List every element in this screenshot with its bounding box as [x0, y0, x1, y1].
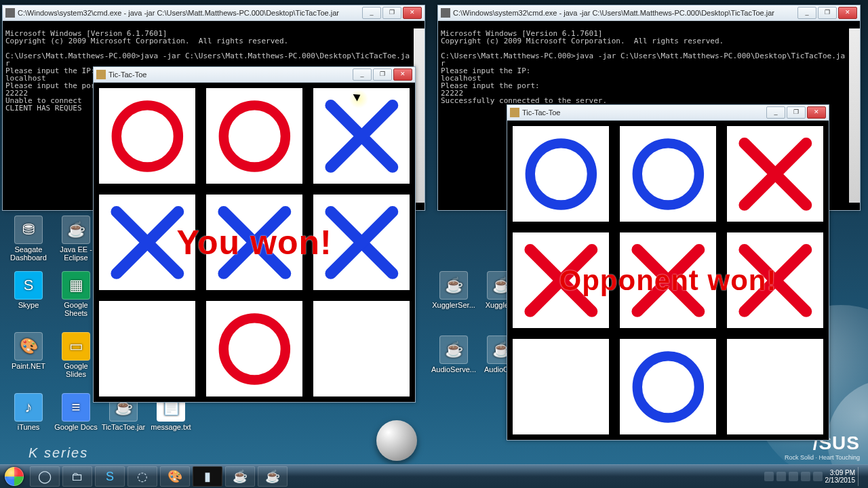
taskbar-eclipse[interactable]: ◌ — [127, 466, 157, 487]
desktop-icon[interactable]: ♪iTunes — [5, 393, 52, 431]
system-tray[interactable]: 3:09 PM 2/13/2015 — [760, 465, 869, 488]
minimize-button[interactable]: _ — [353, 68, 372, 81]
svg-point-11 — [530, 143, 591, 205]
maximize-button[interactable]: ❐ — [787, 106, 806, 119]
tray-date: 2/13/2015 — [825, 476, 856, 484]
board-cell-0[interactable] — [507, 121, 614, 227]
icon-label: TicTacToe.jar — [102, 423, 145, 431]
cmd-icon — [5, 8, 15, 18]
board-cell-1[interactable] — [201, 83, 308, 189]
maximize-button[interactable]: ❐ — [382, 7, 401, 19]
icon-label: Paint.NET — [12, 362, 45, 370]
board-cell-1[interactable] — [614, 121, 722, 227]
tray-time: 3:09 PM — [825, 469, 856, 476]
titlebar[interactable]: Tic-Tac-Toe _ ❐ ✕ — [507, 105, 829, 121]
svg-point-10 — [223, 318, 285, 380]
tray-network-icon[interactable] — [789, 472, 798, 481]
board-cell-6[interactable] — [94, 296, 201, 402]
icon-label: Google Slides — [53, 362, 99, 378]
desktop-icon[interactable]: ⛃Seagate Dashboard — [5, 216, 52, 262]
icon-label: message.txt — [151, 423, 191, 431]
game-board — [507, 121, 829, 440]
tictactoe-window-right[interactable]: Tic-Tac-Toe _ ❐ ✕ Opponent won! — [507, 104, 829, 441]
icon-label: XugglerSer... — [432, 301, 475, 309]
board-cell-2[interactable] — [308, 83, 415, 189]
taskbar-skype[interactable]: S — [95, 466, 125, 487]
close-button[interactable]: ✕ — [393, 68, 412, 81]
taskbar-java-app[interactable]: ☕ — [225, 466, 255, 487]
window-title: Tic-Tac-Toe — [108, 70, 351, 79]
wallpaper-kseries: K series — [28, 445, 88, 461]
game-board — [94, 83, 415, 402]
close-button[interactable]: ✕ — [403, 7, 422, 19]
java-icon — [510, 108, 519, 117]
tray-flag-icon[interactable] — [776, 472, 786, 481]
taskbar-paintnet[interactable]: 🎨 — [160, 466, 190, 487]
board-cell-4[interactable] — [614, 227, 722, 333]
show-desktop-button[interactable] — [858, 467, 864, 486]
close-button[interactable]: ✕ — [838, 7, 857, 19]
desktop-icon[interactable]: ☕Java EE - Eclipse — [53, 216, 99, 262]
cmd-icon — [441, 8, 450, 18]
icon-label: Google Docs — [54, 423, 98, 431]
taskbar[interactable]: ◯ 🗀 S ◌ 🎨 ▮ ☕ ☕ 3:09 PM 2/13/2015 — [0, 464, 868, 488]
maximize-button[interactable]: ❐ — [373, 68, 392, 81]
java-icon — [96, 70, 106, 79]
taskbar-cmd[interactable]: ▮ — [193, 466, 222, 487]
desktop-icon[interactable]: ▦Google Sheets — [53, 271, 99, 317]
start-button[interactable] — [0, 465, 28, 488]
board-cell-5[interactable] — [722, 227, 829, 333]
svg-point-21 — [637, 356, 698, 418]
tray-up-icon[interactable] — [764, 472, 774, 481]
desktop-icon[interactable]: ☕AudioServe... — [431, 336, 477, 373]
taskbar-java-app[interactable]: ☕ — [258, 466, 288, 487]
minimize-button[interactable]: _ — [797, 7, 816, 19]
tray-volume-icon[interactable] — [801, 472, 810, 481]
icon-label: Google Sheets — [53, 301, 99, 317]
window-title: C:\Windows\system32\cmd.exe - java -jar … — [453, 9, 796, 17]
tictactoe-window-left[interactable]: Tic-Tac-Toe _ ❐ ✕ You won! — [93, 66, 416, 403]
board-cell-2[interactable] — [722, 121, 829, 227]
close-button[interactable]: ✕ — [807, 106, 826, 119]
icon-label: iTunes — [18, 423, 40, 431]
brand-tagline: Rock Solid · Heart Touching — [785, 454, 860, 461]
desktop-icon[interactable]: ≡Google Docs — [53, 393, 99, 431]
window-title: Tic-Tac-Toe — [522, 108, 765, 117]
board-cell-7[interactable] — [614, 333, 722, 440]
titlebar[interactable]: Tic-Tac-Toe _ ❐ ✕ — [94, 67, 415, 83]
window-title: C:\Windows\system32\cmd.exe - java -jar … — [18, 9, 361, 17]
desktop-icon[interactable]: 🎨Paint.NET — [5, 332, 52, 370]
board-cell-3[interactable] — [94, 189, 201, 296]
desktop-icon[interactable]: ▭Google Slides — [53, 332, 99, 378]
maximize-button[interactable]: ❐ — [818, 7, 837, 19]
board-cell-0[interactable] — [94, 83, 201, 189]
board-cell-8[interactable] — [308, 296, 415, 402]
icon-label: Skype — [18, 301, 39, 309]
board-cell-8[interactable] — [722, 333, 829, 440]
desktop-icon[interactable]: ☕XugglerSer... — [431, 271, 477, 309]
titlebar[interactable]: C:\Windows\system32\cmd.exe - java -jar … — [3, 5, 425, 21]
board-cell-4[interactable] — [201, 189, 308, 296]
desktop-icon[interactable]: SSkype — [5, 271, 52, 309]
svg-point-0 — [116, 105, 178, 167]
board-cell-6[interactable] — [507, 333, 614, 440]
taskbar-explorer[interactable]: 🗀 — [62, 466, 92, 487]
titlebar[interactable]: C:\Windows\system32\cmd.exe - java -jar … — [438, 5, 860, 21]
tray-battery-icon[interactable] — [813, 472, 823, 481]
board-cell-5[interactable] — [308, 189, 415, 296]
minimize-button[interactable]: _ — [766, 106, 785, 119]
tray-clock[interactable]: 3:09 PM 2/13/2015 — [825, 469, 856, 484]
icon-label: AudioServe... — [431, 365, 476, 373]
svg-point-1 — [223, 105, 285, 167]
icon-label: Seagate Dashboard — [5, 245, 52, 262]
board-cell-7[interactable] — [201, 296, 308, 402]
taskbar-chrome[interactable]: ◯ — [30, 466, 60, 487]
svg-point-12 — [637, 143, 698, 205]
board-cell-3[interactable] — [507, 227, 614, 333]
windows-orb-icon — [5, 467, 24, 486]
wallpaper-orb — [376, 420, 417, 461]
minimize-button[interactable]: _ — [362, 7, 381, 19]
icon-label: Java EE - Eclipse — [53, 245, 99, 262]
